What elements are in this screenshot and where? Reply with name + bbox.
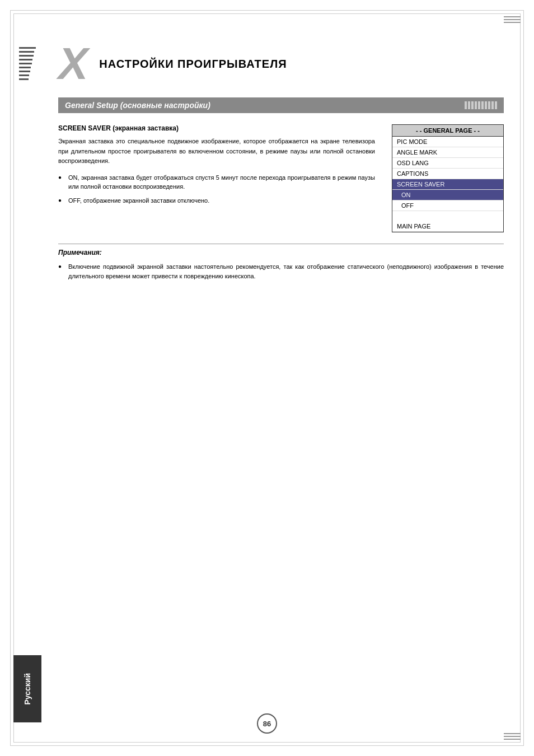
menu-box-container: - - GENERAL PAGE - - PIC MODE ANGLE MARK… bbox=[392, 124, 504, 232]
header-grid-decoration bbox=[465, 101, 497, 109]
menu-sub-item-on: ON bbox=[392, 190, 503, 200]
chapter-title: НАСТРОЙКИ ПРОИГРЫВАТЕЛЯ bbox=[99, 58, 287, 71]
page-number: 86 bbox=[257, 713, 277, 734]
section-header-title: General Setup (основные настройки) bbox=[65, 101, 210, 110]
screen-saver-title: SCREEN SAVER (экранная заставка) bbox=[58, 124, 375, 132]
language-label: Русский bbox=[13, 655, 41, 722]
sidebar-lines bbox=[19, 47, 36, 82]
bullet-item-on: ON, экранная заставка будет отображаться… bbox=[58, 173, 375, 192]
notes-section: Примечания: Включение подвижной экранной… bbox=[58, 244, 504, 281]
notes-title: Примечания: bbox=[58, 249, 504, 256]
bullet-item-off: OFF, отображение экранной заставки отклю… bbox=[58, 196, 375, 206]
main-content: X НАСТРОЙКИ ПРОИГРЫВАТЕЛЯ General Setup … bbox=[41, 13, 521, 743]
menu-item-pic-mode: PIC MODE bbox=[392, 137, 503, 147]
content-layout: SCREEN SAVER (экранная заставка) Экранна… bbox=[58, 124, 504, 232]
menu-spacer bbox=[392, 211, 503, 221]
content-left: SCREEN SAVER (экранная заставка) Экранна… bbox=[58, 124, 375, 232]
screen-saver-body: Экранная заставка это специальное подвиж… bbox=[58, 137, 375, 166]
note-item-1: Включение подвижной экранной заставки на… bbox=[58, 262, 504, 281]
bullet-list: ON, экранная заставка будет отображаться… bbox=[58, 173, 375, 206]
chapter-marker: X bbox=[58, 41, 88, 86]
notes-bullet-list: Включение подвижной экранной заставки на… bbox=[58, 262, 504, 281]
divider bbox=[58, 244, 504, 244]
sidebar bbox=[13, 13, 41, 743]
menu-footer-item: MAIN PAGE bbox=[392, 221, 503, 232]
menu-box: - - GENERAL PAGE - - PIC MODE ANGLE MARK… bbox=[392, 124, 504, 232]
menu-item-captions: CAPTIONS bbox=[392, 169, 503, 179]
menu-sub-item-off: OFF bbox=[392, 200, 503, 211]
chapter-header: X НАСТРОЙКИ ПРОИГРЫВАТЕЛЯ bbox=[58, 41, 504, 86]
menu-item-angle-mark: ANGLE MARK bbox=[392, 147, 503, 158]
section-header: General Setup (основные настройки) bbox=[58, 97, 504, 113]
menu-item-osd-lang: OSD LANG bbox=[392, 158, 503, 169]
menu-item-screen-saver: SCREEN SAVER bbox=[392, 179, 503, 190]
menu-title: - - GENERAL PAGE - - bbox=[392, 125, 503, 137]
